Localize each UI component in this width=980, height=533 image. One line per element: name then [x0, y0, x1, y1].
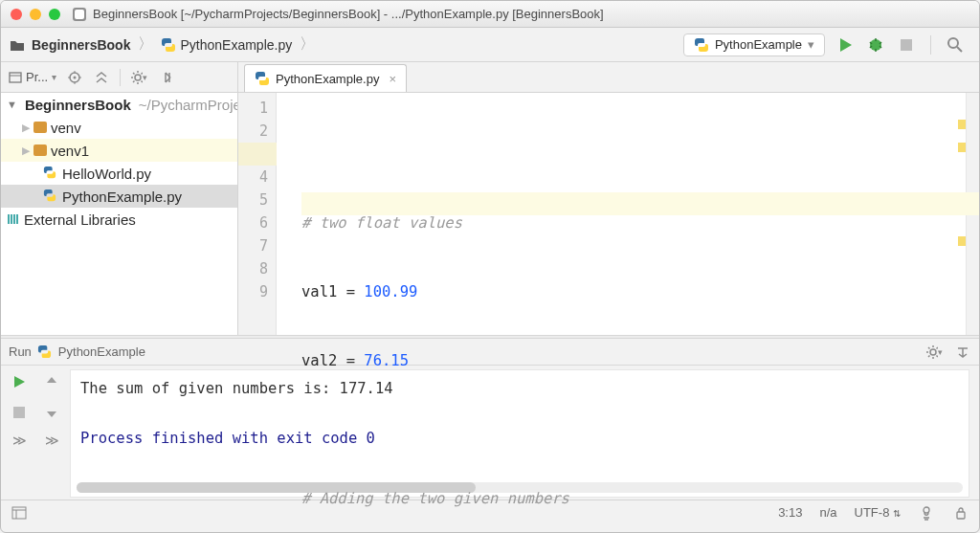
- stop-button[interactable]: [896, 34, 917, 56]
- expand-icon[interactable]: ▶: [22, 144, 30, 157]
- folder-icon: [9, 36, 26, 54]
- editor-tabs: PythonExample.py ×: [238, 62, 979, 92]
- tree-item-helloworld[interactable]: HelloWorld.py: [1, 162, 237, 185]
- search-everywhere-button[interactable]: [945, 34, 966, 56]
- python-icon: [694, 37, 709, 53]
- python-file-icon: [161, 37, 176, 53]
- editor-tab-active[interactable]: PythonExample.py ×: [244, 64, 407, 92]
- svg-point-4: [948, 38, 958, 48]
- breadcrumb-file[interactable]: PythonExample.py: [159, 35, 294, 55]
- line-number: 7: [238, 234, 268, 257]
- scroll-to-source-button[interactable]: [66, 69, 83, 86]
- python-file-icon: [43, 166, 58, 181]
- main-area: ▼ BeginnersBook ~/PycharmProjects/Beginn…: [1, 93, 979, 335]
- tree-item-pythonexample[interactable]: PythonExample.py: [1, 185, 237, 208]
- run-toolbar: [835, 34, 966, 56]
- up-stacktrace-button[interactable]: [41, 371, 62, 392]
- run-header-title: PythonExample: [58, 344, 145, 359]
- line-number: 1: [238, 97, 268, 120]
- window-title: BeginnersBook [~/PycharmProjects/Beginne…: [93, 7, 604, 21]
- close-tab-button[interactable]: ×: [389, 72, 396, 86]
- chevron-down-icon: ▾: [808, 37, 814, 52]
- project-tree[interactable]: ▼ BeginnersBook ~/PycharmProjects/Beginn…: [1, 93, 238, 335]
- code-editor[interactable]: 1 2 3 4 5 6 7 8 9 # two float values val…: [238, 93, 979, 335]
- run-header-title-prefix: Run: [9, 344, 32, 359]
- svg-rect-10: [13, 407, 25, 418]
- run-configuration-selector[interactable]: PythonExample ▾: [683, 33, 825, 56]
- separator: [930, 35, 931, 55]
- separator: [120, 69, 121, 86]
- debug-button[interactable]: [865, 34, 886, 56]
- tree-item-label: HelloWorld.py: [62, 166, 151, 182]
- project-root-label: BeginnersBook: [25, 97, 131, 113]
- console-line: The sum of given numbers is: 177.14: [80, 376, 959, 401]
- run-side-toolbar: ≫ ≫: [1, 366, 70, 500]
- breadcrumb-root-label: BeginnersBook: [32, 37, 130, 53]
- python-file-icon: [255, 71, 270, 86]
- line-number: 5: [238, 189, 268, 211]
- code-text: val1 =: [301, 283, 364, 300]
- down-stacktrace-button[interactable]: [41, 402, 62, 423]
- stripe-marker[interactable]: [958, 143, 966, 152]
- code-text: val2 =: [301, 352, 364, 369]
- project-root-path: ~/PycharmProjects/BeginnersBook: [139, 97, 238, 113]
- svg-point-7: [74, 76, 77, 78]
- tree-item-venv[interactable]: ▶ venv: [1, 116, 237, 139]
- line-number: 8: [238, 257, 268, 280]
- run-config-label: PythonExample: [715, 37, 802, 52]
- rerun-button[interactable]: [9, 371, 30, 392]
- line-number: 4: [238, 166, 268, 189]
- tree-item-label: venv1: [51, 143, 89, 159]
- settings-button[interactable]: ▾: [130, 69, 147, 86]
- libraries-icon: [7, 212, 20, 226]
- chevron-down-icon: ▾: [52, 72, 56, 82]
- tree-item-venv1[interactable]: ▶ venv1: [1, 139, 237, 162]
- hide-button[interactable]: [157, 69, 174, 86]
- python-file-icon: [43, 189, 58, 204]
- gutter-highlight: [238, 143, 277, 166]
- project-root[interactable]: ▼ BeginnersBook ~/PycharmProjects/Beginn…: [1, 93, 237, 116]
- code-comment: # two float values: [301, 214, 462, 232]
- folder-icon: [33, 122, 47, 133]
- chevron-right-icon: 〉: [138, 34, 153, 55]
- tool-tabs-bar: Pr... ▾ ▾ PythonExample.py ×: [1, 62, 979, 93]
- tree-item-label: venv: [51, 120, 81, 136]
- chevron-right-icon: 〉: [300, 34, 315, 55]
- expand-icon[interactable]: ▶: [22, 122, 30, 134]
- collapse-all-button[interactable]: [93, 69, 110, 86]
- code-area[interactable]: # two float values val1 = 100.99 val2 = …: [277, 93, 979, 335]
- project-toolwindow-header: Pr... ▾ ▾: [1, 62, 238, 92]
- run-button[interactable]: [835, 34, 856, 56]
- external-libraries[interactable]: External Libraries: [1, 208, 237, 231]
- line-number: 9: [238, 280, 268, 303]
- code-number: 76.15: [364, 352, 409, 369]
- svg-rect-3: [901, 39, 912, 51]
- expand-icon[interactable]: ▼: [7, 99, 17, 110]
- stripe-marker[interactable]: [958, 236, 966, 246]
- close-window-button[interactable]: [11, 9, 22, 20]
- external-libraries-label: External Libraries: [24, 211, 136, 228]
- line-number: 2: [238, 120, 268, 143]
- project-view-selector[interactable]: Pr... ▾: [9, 70, 56, 84]
- svg-rect-11: [12, 507, 26, 519]
- minimize-window-button[interactable]: [30, 9, 41, 20]
- traffic-lights: [11, 9, 60, 20]
- stop-button[interactable]: [9, 402, 30, 423]
- navigation-bar: BeginnersBook 〉 PythonExample.py 〉 Pytho…: [1, 28, 979, 62]
- app-icon: [72, 7, 87, 22]
- expand-button[interactable]: ≫: [12, 433, 27, 448]
- python-icon: [37, 344, 53, 360]
- breadcrumb-root[interactable]: BeginnersBook: [30, 35, 132, 55]
- line-number-gutter[interactable]: 1 2 3 4 5 6 7 8 9: [238, 93, 277, 335]
- project-view-label: Pr...: [26, 70, 48, 84]
- svg-rect-1: [75, 10, 84, 19]
- stripe-marker[interactable]: [958, 120, 966, 129]
- toolwindows-toggle-button[interactable]: [11, 504, 28, 522]
- code-comment: # Adding the two given numbers: [301, 490, 569, 507]
- expand-button[interactable]: ≫: [45, 433, 59, 448]
- code-number: 100.99: [364, 283, 417, 300]
- folder-icon: [33, 144, 47, 156]
- svg-rect-5: [10, 73, 21, 82]
- zoom-window-button[interactable]: [49, 9, 60, 20]
- breadcrumb-file-label: PythonExample.py: [180, 37, 292, 53]
